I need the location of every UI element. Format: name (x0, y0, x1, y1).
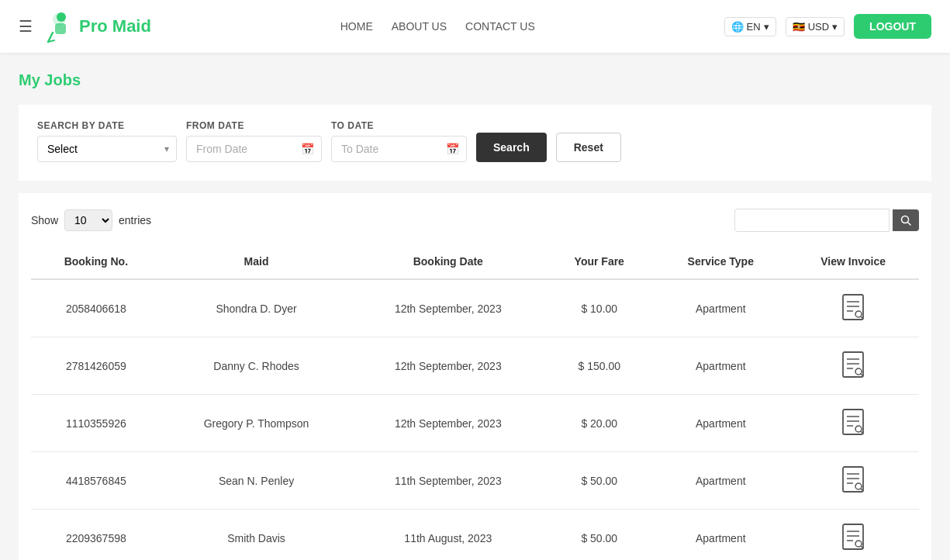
nav-contact[interactable]: CONTACT US (465, 20, 535, 33)
svg-point-1 (57, 12, 66, 22)
lang-label: EN (747, 21, 761, 33)
currency-label: USD (808, 21, 829, 33)
filter-row: SEARCH BY DATE Select Today This Week Th… (37, 120, 913, 162)
cell-service-type: Apartment (654, 510, 787, 561)
cell-fare: $ 50.00 (544, 510, 654, 561)
search-by-date-label: SEARCH BY DATE (37, 120, 177, 131)
show-label: Show (31, 214, 58, 226)
cell-invoice[interactable] (787, 337, 919, 395)
col-view-invoice: View Invoice (787, 244, 919, 279)
flag-icon: 🇺🇬 (793, 21, 805, 33)
to-date-label: TO DATE (331, 120, 467, 131)
to-date-group: TO DATE 📅 (331, 120, 467, 162)
table-search (734, 209, 919, 232)
cell-invoice[interactable] (787, 452, 919, 510)
col-booking-no: Booking No. (31, 244, 161, 279)
entries-label: entries (119, 214, 151, 226)
col-your-fare: Your Fare (544, 244, 654, 279)
header-left: ☰ Pro Maid (19, 9, 151, 43)
select-wrapper: Select Today This Week This Month ▾ (37, 136, 177, 162)
cell-booking-no: 1110355926 (31, 395, 161, 452)
table-search-button[interactable] (893, 209, 919, 231)
table-section: Show 10 25 50 100 entries (19, 193, 931, 560)
currency-selector[interactable]: 🇺🇬 USD ▾ (786, 17, 845, 36)
search-button[interactable]: Search (476, 133, 547, 162)
cell-booking-date: 11th September, 2023 (351, 452, 544, 510)
cell-fare: $ 10.00 (544, 279, 654, 337)
invoice-icon[interactable] (841, 524, 865, 550)
cell-maid: Danny C. Rhodes (161, 337, 352, 395)
reset-button[interactable]: Reset (556, 133, 621, 162)
nav-about[interactable]: ABOUT US (392, 20, 447, 33)
svg-line-6 (908, 223, 911, 226)
cell-fare: $ 150.00 (544, 337, 654, 395)
cell-maid: Gregory P. Thompson (161, 395, 352, 452)
svg-rect-2 (55, 23, 66, 34)
to-date-wrapper: 📅 (331, 136, 467, 162)
from-date-input[interactable] (186, 136, 322, 162)
cell-fare: $ 20.00 (544, 395, 654, 452)
logo: Pro Maid (42, 9, 151, 43)
cell-fare: $ 50.00 (544, 452, 654, 510)
cell-booking-date: 12th September, 2023 (351, 395, 544, 452)
cell-booking-no: 2781426059 (31, 337, 161, 395)
logo-pro: Pro (79, 16, 108, 36)
svg-rect-13 (843, 352, 863, 377)
cell-invoice[interactable] (787, 510, 919, 561)
col-maid: Maid (161, 244, 352, 279)
invoice-icon[interactable] (841, 294, 865, 320)
nav-home[interactable]: HOME (340, 20, 373, 33)
cell-booking-date: 11th August, 2023 (351, 510, 544, 561)
cell-maid: Smith Davis (161, 510, 352, 561)
table-row: 2209367598 Smith Davis 11th August, 2023… (31, 510, 919, 561)
search-icon (900, 215, 911, 226)
globe-icon: 🌐 (731, 21, 744, 33)
table-body: 2058406618 Shondra D. Dyer 12th Septembe… (31, 279, 919, 560)
table-header: Booking No. Maid Booking Date Your Fare … (31, 244, 919, 279)
cell-service-type: Apartment (654, 279, 787, 337)
svg-rect-19 (843, 410, 863, 434)
table-controls: Show 10 25 50 100 entries (31, 209, 919, 232)
main-nav: HOME ABOUT US CONTACT US (340, 20, 535, 33)
col-service-type: Service Type (654, 244, 787, 279)
cell-service-type: Apartment (654, 337, 787, 395)
filter-section: SEARCH BY DATE Select Today This Week Th… (19, 105, 931, 181)
show-entries: Show 10 25 50 100 entries (31, 209, 151, 231)
invoice-icon[interactable] (841, 466, 865, 493)
currency-chevron-icon: ▾ (832, 21, 838, 33)
logo-image (42, 9, 76, 43)
cell-service-type: Apartment (654, 395, 787, 452)
search-by-date-group: SEARCH BY DATE Select Today This Week Th… (37, 120, 177, 162)
cell-booking-date: 12th September, 2023 (351, 279, 544, 337)
logout-button[interactable]: LOGOUT (854, 14, 931, 39)
table-search-input[interactable] (734, 209, 890, 232)
language-selector[interactable]: 🌐 EN ▾ (724, 17, 776, 36)
logo-text: Pro Maid (79, 16, 151, 36)
table-row: 4418576845 Sean N. Penley 11th September… (31, 452, 919, 510)
col-booking-date: Booking Date (351, 244, 544, 279)
jobs-table: Booking No. Maid Booking Date Your Fare … (31, 244, 919, 560)
page-title: My Jobs (19, 71, 931, 89)
from-date-wrapper: 📅 (186, 136, 322, 162)
cell-maid: Shondra D. Dyer (161, 279, 352, 337)
from-date-group: FROM DATE 📅 (186, 120, 322, 162)
page-body: My Jobs SEARCH BY DATE Select Today This… (0, 53, 950, 560)
cell-booking-no: 4418576845 (31, 452, 161, 510)
invoice-icon[interactable] (841, 409, 865, 435)
cell-maid: Sean N. Penley (161, 452, 352, 510)
search-by-date-select[interactable]: Select Today This Week This Month (37, 136, 177, 162)
to-date-input[interactable] (331, 136, 467, 162)
cell-booking-no: 2058406618 (31, 279, 161, 337)
svg-rect-7 (843, 295, 863, 320)
invoice-icon[interactable] (841, 351, 865, 378)
table-row: 2781426059 Danny C. Rhodes 12th Septembe… (31, 337, 919, 395)
cell-invoice[interactable] (787, 279, 919, 337)
svg-rect-25 (843, 467, 863, 492)
cell-booking-no: 2209367598 (31, 510, 161, 561)
header: ☰ Pro Maid HOME ABOUT US CONTACT US 🌐 EN… (0, 0, 950, 53)
from-date-label: FROM DATE (186, 120, 322, 131)
hamburger-icon[interactable]: ☰ (19, 17, 33, 36)
table-row: 2058406618 Shondra D. Dyer 12th Septembe… (31, 279, 919, 337)
entries-select[interactable]: 10 25 50 100 (64, 209, 112, 231)
cell-invoice[interactable] (787, 395, 919, 452)
